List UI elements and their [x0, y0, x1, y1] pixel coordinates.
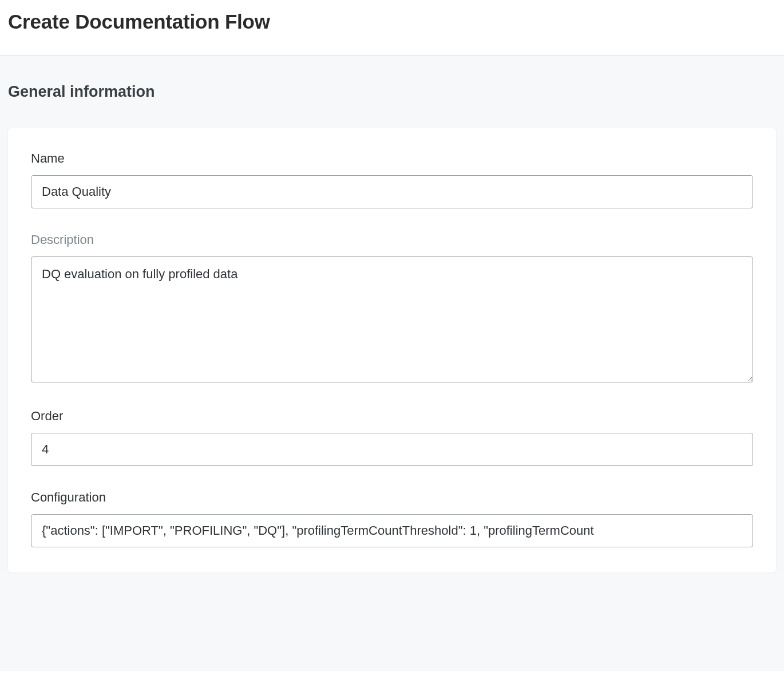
description-textarea[interactable]: DQ evaluation on fully profiled data [31, 256, 753, 382]
configuration-label: Configuration [31, 490, 753, 505]
order-label: Order [31, 409, 753, 424]
general-info-card: Name Description DQ evaluation on fully … [8, 128, 776, 573]
page-title: Create Documentation Flow [8, 10, 776, 33]
order-input[interactable] [31, 433, 753, 466]
page-header: Create Documentation Flow [0, 0, 784, 55]
description-label: Description [31, 232, 753, 247]
content-area: General information Name Description DQ … [0, 55, 784, 671]
form-group-configuration: Configuration [31, 490, 753, 547]
section-title-general: General information [0, 56, 784, 112]
name-label: Name [31, 151, 753, 166]
configuration-input[interactable] [31, 514, 753, 547]
name-input[interactable] [31, 175, 753, 208]
form-group-description: Description DQ evaluation on fully profi… [31, 232, 753, 385]
form-group-order: Order [31, 409, 753, 466]
form-group-name: Name [31, 151, 753, 208]
